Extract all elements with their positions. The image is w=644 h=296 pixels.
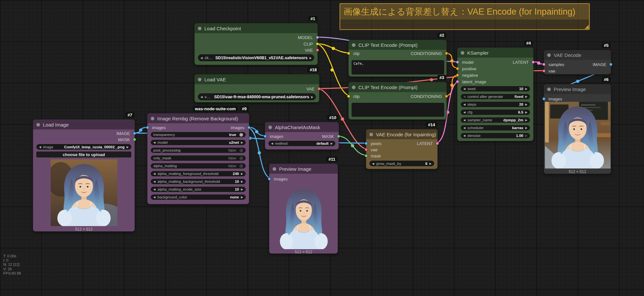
vae-name-combo[interactable]: ◀ vae ... SD15\vae-ft-mse-840000-ema-pru… <box>198 93 316 100</box>
prompt-textarea[interactable] <box>352 103 444 117</box>
node-titlebar[interactable]: VAE Decode <box>544 50 611 60</box>
collapse-dot-icon[interactable] <box>352 86 355 89</box>
node-titlebar[interactable]: AlphaChanelAsMask <box>265 122 339 132</box>
negative-slot-dot[interactable] <box>456 74 459 77</box>
arrow-right-icon[interactable]: ▶ <box>241 195 243 199</box>
arrow-right-icon[interactable]: ▶ <box>525 87 527 90</box>
denoise-widget[interactable]: ◀denoise1.00▶ <box>461 133 530 138</box>
collapse-dot-icon[interactable] <box>36 123 40 127</box>
arrow-left-icon[interactable]: ◀ <box>463 134 466 137</box>
node-vae-encode-inpainting[interactable]: #14 VAE Encode (for Inpainting) pixels v… <box>366 129 438 169</box>
arrow-right-icon[interactable]: ▶ <box>241 188 243 191</box>
output-image[interactable]: IMAGE <box>33 130 135 136</box>
vae-slot-dot[interactable] <box>365 148 368 151</box>
node-titlebar[interactable]: Preview Image <box>269 164 338 174</box>
arrow-right-icon[interactable]: ▶ <box>241 180 243 183</box>
node-vae-decode[interactable]: #5 VAE Decode samples vae IMAGE <box>544 50 611 74</box>
input-mask[interactable]: mask <box>366 153 437 159</box>
node-alpha-chanel-as-mask[interactable]: #10 AlphaChanelAsMask images MASK ◀ meth… <box>265 122 339 150</box>
image-slot-dot[interactable] <box>133 132 136 135</box>
arrow-left-icon[interactable]: ◀ <box>463 95 466 98</box>
collapse-dot-icon[interactable] <box>198 78 201 81</box>
input-negative[interactable]: negative <box>457 72 533 78</box>
node-image-rembg[interactable]: was-node-suite-com #9 Image Rembg (Remov… <box>147 113 249 204</box>
output-conditioning[interactable]: CONDITIONING <box>349 93 446 99</box>
node-clip-encode-negative[interactable]: #3 CLIP Text Encode (Prompt) clip CONDIT… <box>348 82 447 120</box>
arrow-left-icon[interactable]: ◀ <box>153 172 156 175</box>
alpha-matting-foreground-threshold-widget[interactable]: ◀alpha_matting_foreground_threshold240▶ <box>151 171 246 176</box>
arrow-left-icon[interactable]: ◀ <box>372 162 374 165</box>
transparency-toggle[interactable]: transparencytrue <box>151 132 246 137</box>
toggle-knob-icon[interactable] <box>239 133 243 137</box>
collapse-dot-icon[interactable] <box>461 51 464 55</box>
arrow-left-icon[interactable]: ◀ <box>463 103 466 106</box>
arrow-right-icon[interactable]: ▶ <box>126 145 129 149</box>
vae-slot-dot[interactable] <box>316 48 319 52</box>
arrow-left-icon[interactable]: ◀ <box>463 87 466 90</box>
node-preview-image-final[interactable]: #6 Preview Image images 512 × 512 <box>544 84 611 174</box>
images-slot-dot[interactable] <box>247 126 251 129</box>
arrow-right-icon[interactable]: ▶ <box>241 141 243 144</box>
output-mask[interactable]: MASK <box>33 137 135 142</box>
output-mask[interactable]: MASK <box>265 133 339 139</box>
arrow-left-icon[interactable]: ◀ <box>39 145 41 149</box>
toggle-knob-icon[interactable] <box>239 149 243 152</box>
collapse-dot-icon[interactable] <box>198 27 201 30</box>
latent-slot-dot[interactable] <box>532 61 535 64</box>
collapse-dot-icon[interactable] <box>369 133 373 136</box>
arrow-left-icon[interactable]: ◀ <box>153 180 156 183</box>
arrow-left-icon[interactable]: ◀ <box>200 95 203 99</box>
conditioning-slot-dot[interactable] <box>445 52 448 55</box>
method-combo[interactable]: ◀ method default ▶ <box>268 141 335 146</box>
alpha-matting-erode-size-widget[interactable]: ◀alpha_matting_erode_size10▶ <box>151 187 246 192</box>
note-resize-handle[interactable] <box>585 25 589 29</box>
arrow-right-icon[interactable]: ▶ <box>429 162 431 165</box>
node-load-image[interactable]: #7 Load Image IMAGE MASK ◀ image ComfyUI… <box>33 119 135 232</box>
toggle-knob-icon[interactable] <box>239 156 243 160</box>
node-titlebar[interactable]: Preview Image <box>544 84 611 94</box>
latent-slot-dot[interactable] <box>436 142 439 145</box>
node-titlebar[interactable]: KSampler <box>457 48 533 58</box>
node-titlebar[interactable]: CLIP Text Encode (Prompt) <box>349 82 446 92</box>
mask-slot-dot[interactable] <box>337 135 340 138</box>
collapse-dot-icon[interactable] <box>273 167 276 171</box>
arrow-right-icon[interactable]: ▶ <box>525 111 527 114</box>
prompt-textarea[interactable]: Cafe, <box>352 60 444 74</box>
node-preview-image-rembg[interactable]: #11 Preview Image images 512 × 512 <box>269 164 338 254</box>
node-titlebar[interactable]: Load Image <box>33 120 135 129</box>
steps-widget[interactable]: ◀steps20▶ <box>461 102 530 107</box>
input-latent-image[interactable]: latent_image <box>457 79 533 85</box>
arrow-left-icon[interactable]: ◀ <box>463 126 466 129</box>
arrow-right-icon[interactable]: ▶ <box>525 95 527 98</box>
output-vae[interactable]: VAE <box>195 47 317 53</box>
node-clip-encode-positive[interactable]: #2 CLIP Text Encode (Prompt) clip CONDIT… <box>348 40 447 77</box>
choose-file-button[interactable]: choose file to upload <box>36 152 131 157</box>
note-title[interactable]: 画像生成による背景差し替え：VAE Encode (for Inpainting… <box>340 4 589 20</box>
mask-slot-dot[interactable] <box>133 138 136 141</box>
node-load-checkpoint[interactable]: #1 Load Checkpoint MODEL CLIP VAE ◀ ckpt… <box>194 23 318 65</box>
toggle-knob-icon[interactable] <box>239 164 243 168</box>
post-processing-toggle[interactable]: post_processingfalse <box>151 148 246 153</box>
output-model[interactable]: MODEL <box>195 34 317 40</box>
arrow-right-icon[interactable]: ▶ <box>241 172 243 175</box>
images-slot-dot[interactable] <box>542 97 546 101</box>
arrow-right-icon[interactable]: ▶ <box>525 103 527 106</box>
input-vae[interactable]: vae <box>366 147 437 153</box>
image-slot-dot[interactable] <box>609 63 612 66</box>
node-titlebar[interactable]: Load VAE <box>195 74 319 84</box>
node-titlebar[interactable]: VAE Encode (for Inpainting) <box>366 129 437 139</box>
arrow-right-icon[interactable]: ▶ <box>330 142 333 145</box>
scheduler-widget[interactable]: ◀schedulerkarras▶ <box>461 125 530 130</box>
output-image[interactable]: IMAGE <box>544 61 611 67</box>
arrow-left-icon[interactable]: ◀ <box>153 141 156 144</box>
arrow-right-icon[interactable]: ▶ <box>311 95 313 99</box>
sampler-name-widget[interactable]: ◀sampler_namedpmpp_2m▶ <box>461 117 530 123</box>
node-titlebar[interactable]: Image Rembg (Remove Background) <box>148 114 249 123</box>
input-images[interactable]: images <box>269 176 338 182</box>
node-titlebar[interactable]: CLIP Text Encode (Prompt) <box>349 40 446 50</box>
note-box[interactable]: 画像生成による背景差し替え：VAE Encode (for Inpainting… <box>340 3 590 30</box>
arrow-left-icon[interactable]: ◀ <box>463 111 466 114</box>
only-mask-toggle[interactable]: only_maskfalse <box>151 155 246 161</box>
seed-widget[interactable]: ◀seed10▶ <box>461 86 530 91</box>
mask-slot-dot[interactable] <box>365 154 368 157</box>
